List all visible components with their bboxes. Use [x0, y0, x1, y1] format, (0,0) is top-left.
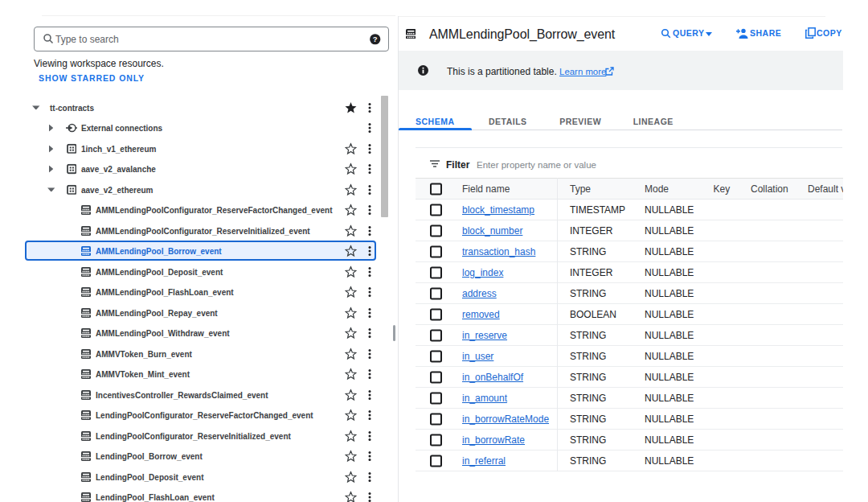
svg-text:?: ? — [373, 35, 378, 43]
